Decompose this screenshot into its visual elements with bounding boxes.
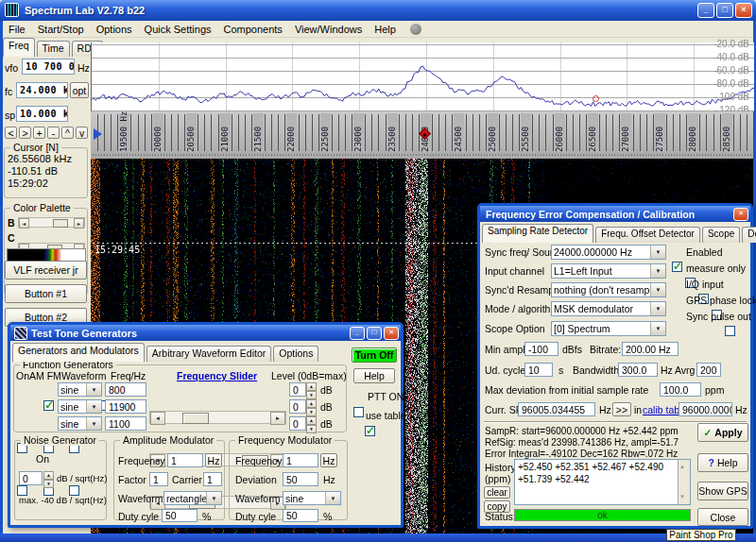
maximize-button[interactable]: □ — [716, 3, 733, 18]
gen1-level-input[interactable]: 0 — [289, 382, 306, 397]
fm-deviation-input[interactable]: 50 — [283, 472, 318, 486]
history-scrollbar[interactable]: ▲ ▼ — [678, 460, 690, 504]
nav-down-button[interactable]: v — [76, 127, 88, 139]
slider-right-arrow-icon[interactable]: ► — [74, 218, 84, 229]
vlf-receiver-button[interactable]: VLF receiver jr — [5, 261, 87, 279]
ttg-maximize-button[interactable]: □ — [367, 327, 382, 340]
fec-tab-sampling-rate[interactable]: Sampling Rate Detector — [482, 224, 593, 243]
fm-duty-input[interactable]: 50 — [283, 509, 318, 522]
gen3-level-spinner[interactable]: ▲▼ — [306, 416, 317, 433]
spin-down-icon[interactable]: ▼ — [306, 408, 317, 416]
brightness-slider[interactable]: ◄ ► — [18, 217, 85, 228]
avrg-input[interactable]: 200 — [696, 363, 721, 377]
menu-quick-settings[interactable]: Quick Settings — [143, 23, 214, 36]
fec-tab-debug[interactable]: Debug — [742, 227, 756, 243]
opt-button[interactable]: opt — [70, 82, 89, 98]
scroll-up-icon[interactable]: ▲ — [679, 461, 685, 473]
bitrate-input[interactable]: 200.00 Hz — [622, 342, 679, 356]
sync-freq-select[interactable]: 24000.000000 Hz▼ — [551, 245, 666, 260]
gen1-frequency-slider[interactable]: ◄ ► — [149, 411, 286, 424]
fec-tab-freq-offset[interactable]: Frequ. Offset Detector — [595, 227, 700, 243]
bandwidth-input[interactable]: 300.0 — [618, 363, 658, 377]
spin-down-icon[interactable]: ▼ — [306, 391, 317, 399]
menu-start-stop[interactable]: Start/Stop — [36, 23, 86, 36]
close-button[interactable]: × — [735, 3, 752, 18]
max-dev-input[interactable]: 100.0 — [660, 382, 701, 397]
ttg-tab-options[interactable]: Options — [273, 346, 318, 362]
ruler-edge-marker-icon[interactable] — [94, 128, 102, 140]
ttg-help-button[interactable]: Help — [353, 368, 395, 383]
history-textarea[interactable]: +52.450 +52.351 +52.467 +52.490 +51.739 … — [514, 459, 691, 505]
slider-right-arrow-icon[interactable]: ► — [270, 412, 285, 425]
menu-options[interactable]: Options — [94, 23, 134, 36]
gen2-level-spinner[interactable]: ▲▼ — [306, 399, 317, 416]
fec-help-button[interactable]: ?Help — [697, 453, 748, 472]
fec-close-button-2[interactable]: Close — [697, 508, 748, 526]
ud-cycle-input[interactable]: 10 — [524, 363, 553, 377]
slider-thumb[interactable] — [182, 413, 209, 424]
gen2-level-input[interactable]: 0 — [289, 399, 306, 414]
nav-right-button[interactable]: > — [19, 127, 31, 139]
scope-option-select[interactable]: [0] Spectrum▼ — [551, 321, 666, 336]
zoom-in-button[interactable]: + — [33, 127, 45, 139]
noise-level-spinner[interactable]: ▲▼ — [43, 471, 54, 488]
resample-select[interactable]: nothing (don't resample)▼ — [551, 282, 666, 297]
spin-up-icon[interactable]: ▲ — [306, 399, 317, 408]
fc-input[interactable]: 24.000 kHz — [16, 82, 68, 98]
am-duty-input[interactable]: 50 — [162, 509, 198, 522]
sync-pulse-out-checkbox[interactable] — [725, 326, 735, 336]
am-factor-input[interactable]: 1 — [149, 472, 168, 486]
use-table-checkbox[interactable] — [365, 426, 375, 436]
gen2-waveform-select[interactable]: sine▼ — [58, 399, 102, 414]
button-1[interactable]: Button #1 — [5, 284, 87, 303]
spin-up-icon[interactable]: ▲ — [43, 471, 54, 480]
gen1-level-spinner[interactable]: ▲▼ — [306, 382, 317, 399]
gen3-freq-input[interactable]: 1100 — [105, 416, 146, 431]
menu-components[interactable]: Components — [222, 23, 284, 36]
zoom-out-button[interactable]: - — [47, 127, 60, 139]
spin-up-icon[interactable]: ▲ — [306, 416, 317, 425]
turn-off-button[interactable]: Turn Off — [352, 347, 397, 363]
fm-frequency-input[interactable]: 1 — [283, 453, 318, 467]
gen1-freq-input[interactable]: 800 — [105, 382, 146, 397]
menu-file[interactable]: File — [7, 23, 27, 36]
am-hz-button[interactable]: Hz — [205, 453, 222, 467]
scroll-down-icon[interactable]: ▼ — [679, 491, 685, 503]
menu-help[interactable]: Help — [372, 23, 398, 36]
slider-thumb[interactable] — [53, 219, 68, 228]
tab-freq[interactable]: Freq — [3, 38, 35, 57]
am-frequency-input[interactable]: 1 — [167, 453, 203, 467]
ttg-close-button[interactable]: × — [384, 327, 399, 340]
apply-button[interactable]: ✓Apply — [697, 423, 748, 442]
menu-view-windows[interactable]: View/Windows — [293, 23, 364, 36]
ttg-tab-waveform-editor[interactable]: Arbitrary Waveform Editor — [146, 346, 271, 362]
nav-left-button[interactable]: < — [5, 127, 17, 139]
min-ampl-input[interactable]: -100 — [524, 342, 558, 356]
noise-level-input[interactable]: 0 — [19, 471, 43, 485]
mode-select[interactable]: MSK demodulator▼ — [551, 301, 666, 316]
am-waveform-select[interactable]: rectangle▼ — [163, 491, 222, 505]
spectrum-plot[interactable] — [91, 42, 754, 111]
ttg-tab-generators[interactable]: Generators and Modulators — [12, 343, 145, 362]
tab-time[interactable]: Time — [37, 41, 70, 57]
am-carrier-input[interactable]: 1 — [203, 472, 222, 486]
show-gps-button[interactable]: Show GPS — [697, 482, 748, 500]
slider-left-arrow-icon[interactable]: ◄ — [150, 412, 165, 425]
nav-up-button[interactable]: ^ — [61, 127, 74, 139]
spin-down-icon[interactable]: ▼ — [43, 480, 54, 488]
gen3-waveform-select[interactable]: sine▼ — [58, 416, 102, 431]
gen3-level-input[interactable]: 0 — [289, 416, 306, 431]
curr-sr-input[interactable]: 96005.034455 — [518, 402, 595, 416]
fec-close-button[interactable]: × — [733, 208, 748, 221]
gen2-freq-input[interactable]: 11900 — [105, 399, 146, 414]
calib-table-input[interactable]: 96000.000000 — [679, 402, 732, 416]
ptt-on-checkbox[interactable] — [353, 407, 364, 417]
vfo-input[interactable]: 10 700 000 — [22, 59, 75, 75]
fec-tab-scope[interactable]: Scope — [702, 227, 740, 243]
fm-waveform-select[interactable]: sine▼ — [283, 491, 341, 505]
sr-transfer-button[interactable]: >> — [612, 402, 631, 416]
slider-left-arrow-icon[interactable]: ◄ — [19, 218, 29, 229]
minimize-button[interactable]: _ — [697, 3, 714, 18]
enabled-checkbox[interactable] — [672, 262, 682, 272]
gen1-on-checkbox[interactable] — [43, 400, 54, 411]
